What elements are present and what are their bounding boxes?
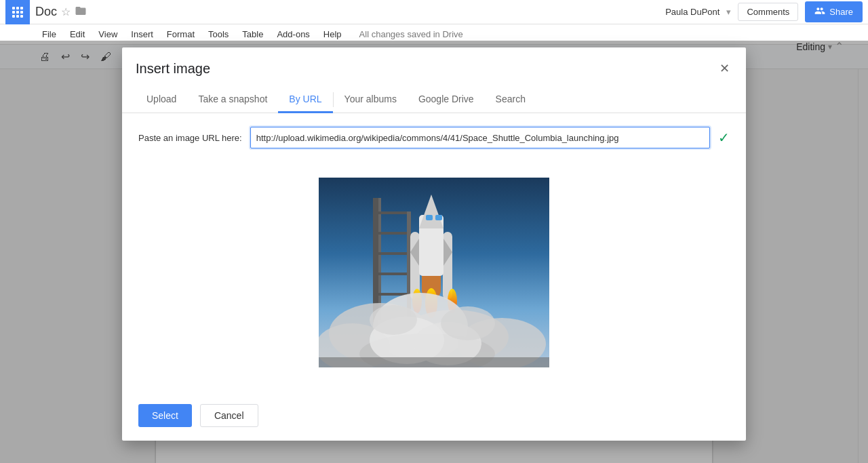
svg-rect-17 xyxy=(435,215,442,220)
menu-insert[interactable]: Insert xyxy=(124,26,160,42)
svg-rect-2 xyxy=(378,198,381,320)
svg-rect-6 xyxy=(373,273,407,275)
top-right: Paula DuPont ▾ Comments Share xyxy=(665,1,863,22)
menu-help[interactable]: Help xyxy=(317,26,349,42)
svg-rect-29 xyxy=(319,357,549,367)
svg-rect-5 xyxy=(373,252,407,255)
menu-table[interactable]: Table xyxy=(235,26,270,42)
menu-file[interactable]: File xyxy=(35,26,63,42)
url-label: Paste an image URL here: xyxy=(138,133,242,143)
close-dialog-button[interactable]: ✕ xyxy=(717,58,732,79)
svg-rect-7 xyxy=(373,293,407,296)
dialog-tabs: Upload Take a snapshot By URL Your album… xyxy=(122,87,746,113)
menu-tools[interactable]: Tools xyxy=(201,26,235,42)
dialog-title: Insert image xyxy=(136,61,210,77)
comments-button[interactable]: Comments xyxy=(738,3,798,21)
tab-upload[interactable]: Upload xyxy=(136,87,187,113)
dialog-header: Insert image ✕ xyxy=(122,47,746,79)
tab-albums[interactable]: Your albums xyxy=(334,87,408,113)
menu-edit[interactable]: Edit xyxy=(63,26,92,42)
menu-format[interactable]: Format xyxy=(160,26,201,42)
url-row: Paste an image URL here: ✓ xyxy=(138,127,730,148)
tab-by-url[interactable]: By URL xyxy=(278,87,332,113)
app-icon[interactable] xyxy=(5,0,30,24)
folder-icon[interactable] xyxy=(75,5,87,20)
select-button[interactable]: Select xyxy=(138,404,192,427)
insert-image-dialog: Insert image ✕ Upload Take a snapshot By… xyxy=(122,47,746,441)
app-icon-grid xyxy=(12,7,23,18)
user-name: Paula DuPont xyxy=(665,7,719,17)
share-button[interactable]: Share xyxy=(805,1,863,22)
svg-point-30 xyxy=(370,305,417,335)
user-dropdown-icon[interactable]: ▾ xyxy=(726,7,731,17)
dialog-body: Paste an image URL here: ✓ xyxy=(122,113,746,396)
tab-search[interactable]: Search xyxy=(485,87,536,113)
shuttle-preview-image xyxy=(319,178,549,367)
modal-overlay: Insert image ✕ Upload Take a snapshot By… xyxy=(0,41,868,463)
share-label: Share xyxy=(829,7,853,17)
svg-rect-16 xyxy=(426,215,433,220)
svg-point-31 xyxy=(441,306,495,340)
doc-title: Doc xyxy=(35,5,57,19)
check-icon: ✓ xyxy=(718,129,730,146)
url-input[interactable] xyxy=(250,127,710,148)
dialog-footer: Select Cancel xyxy=(122,396,746,441)
svg-rect-4 xyxy=(373,232,407,235)
tab-snapshot[interactable]: Take a snapshot xyxy=(187,87,278,113)
svg-rect-3 xyxy=(373,212,407,214)
top-bar: Doc ☆ Paula DuPont ▾ Comments Share xyxy=(0,0,868,24)
image-preview xyxy=(138,162,730,382)
cancel-button[interactable]: Cancel xyxy=(200,404,258,427)
menu-view[interactable]: View xyxy=(92,26,124,42)
tab-drive[interactable]: Google Drive xyxy=(408,87,485,113)
share-person-icon xyxy=(814,5,825,18)
star-icon[interactable]: ☆ xyxy=(61,5,71,18)
menu-addons[interactable]: Add-ons xyxy=(270,26,316,42)
saved-status: All changes saved in Drive xyxy=(359,29,463,39)
